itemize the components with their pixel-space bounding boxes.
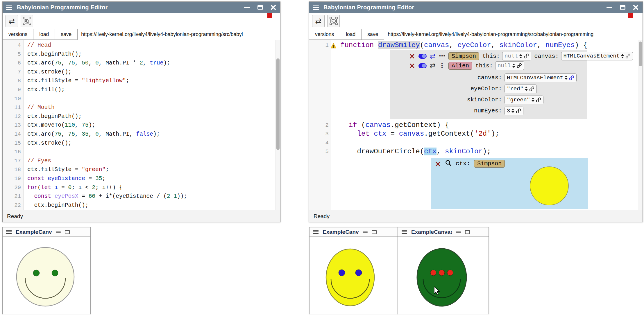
code-line[interactable]: 9ctx.fill(); [3,85,280,94]
code-line[interactable]: 21 const eyePosX = 60 + i*(eyeDistance /… [3,192,280,201]
link-icon[interactable] [569,75,574,80]
close-icon[interactable] [633,5,638,10]
versions-button[interactable]: versions [309,29,340,40]
param-value-box[interactable]: null [495,61,524,70]
example-name-badge[interactable]: Alien [448,62,472,70]
menu-icon[interactable] [6,5,12,10]
maximize-button[interactable] [465,230,470,234]
minimize-button[interactable] [363,231,368,233]
code-line[interactable]: 3 let ctx = canvas.getContext('2d'); [309,130,643,139]
code-line[interactable]: 8ctx.fillStyle = "lightyellow"; [3,76,280,85]
code-editor[interactable]: 1!function drawSmiley(canvas, eyeColor, … [309,40,643,210]
code-line[interactable]: 20for(let i = 0; i < 2; i++) { [3,183,280,192]
scrollbar[interactable] [638,40,643,210]
param-value-box[interactable]: HTMLCanvasElement [561,52,633,60]
code-line[interactable]: 12ctx.beginPath(); [3,112,280,121]
save-button[interactable]: save [361,29,384,40]
url-field[interactable]: https://lively-kernel.org/lively4/lively… [384,29,643,40]
stepper-icon[interactable] [512,64,515,68]
code-line[interactable]: 18ctx.fillStyle = "green"; [3,165,280,174]
stepper-icon[interactable] [525,87,528,91]
stepper-icon[interactable] [621,54,624,58]
versions-button[interactable]: versions [3,29,33,40]
stepper-icon[interactable] [565,76,568,80]
minimize-button[interactable] [456,231,461,233]
menu-icon[interactable] [313,5,319,10]
code-line[interactable]: 5 drawOuterCircle(ctx, skinColor); [309,147,643,156]
trace-arrows-icon[interactable]: ⇄ [430,62,436,69]
code-line[interactable]: 6ctx.arc(75, 75, 50, 0, Math.PI * 2, tru… [3,59,280,68]
trace-arrows-icon[interactable]: ⇄ [430,53,436,60]
code-line[interactable]: 1!function drawSmiley(canvas, eyeColor, … [309,41,643,50]
param-value-box[interactable]: "green" [505,96,543,104]
scrollbar[interactable] [276,40,280,210]
save-button[interactable]: save [55,29,78,40]
code-line[interactable]: 17// Eyes [3,157,280,166]
canvas-area[interactable] [310,237,398,315]
code-line[interactable]: 11// Mouth [3,103,280,112]
more-options-icon[interactable]: ⋮ [439,62,445,69]
stepper-icon[interactable] [511,109,514,113]
titlebar[interactable]: ExampleCanvas [3,227,90,237]
scrollbar-thumb[interactable] [276,58,280,150]
code-line[interactable]: 7ctx.stroke(); [3,68,280,77]
transform-button[interactable] [21,15,33,27]
code-line[interactable]: 19const eyeDistance = 35; [3,174,280,183]
warning-icon[interactable]: ! [330,42,337,51]
titlebar[interactable]: ExampleCanvas [310,227,398,237]
minimize-button[interactable] [56,231,61,233]
menu-icon[interactable] [402,230,407,234]
link-icon[interactable] [625,53,631,59]
menu-icon[interactable] [313,230,319,234]
maximize-button[interactable] [372,230,377,234]
minimize-button[interactable] [607,7,612,8]
link-icon[interactable] [524,53,529,59]
delete-example-icon[interactable]: × [409,62,415,69]
swap-arrows-button[interactable]: ⇄ [312,15,325,27]
magnifier-icon[interactable] [445,160,452,168]
param-value-box[interactable]: null [502,52,531,60]
delete-probe-icon[interactable]: × [435,160,441,168]
maximize-button[interactable] [620,5,625,10]
transform-button[interactable] [327,15,340,27]
code-line[interactable]: 16 [3,148,280,157]
titlebar[interactable]: ExampleCanvas [398,227,489,237]
load-button[interactable]: load [340,29,362,40]
link-icon[interactable] [517,63,522,68]
code-line[interactable]: 4 [309,139,643,148]
probe-example-badge[interactable]: Simpson [474,160,505,168]
stepper-icon[interactable] [532,98,534,102]
minimize-button[interactable] [244,7,250,8]
link-icon[interactable] [529,86,534,91]
param-value-box[interactable]: 3 [505,107,523,115]
code-line[interactable]: 5ctx.beginPath(); [3,50,280,59]
canvas-area[interactable] [3,237,90,315]
stepper-icon[interactable] [519,54,522,58]
link-icon[interactable] [516,108,521,114]
code-line[interactable]: 10 [3,94,280,103]
titlebar[interactable]: Babylonian Programming Editor [309,2,643,13]
code-line[interactable]: 15ctx.stroke(); [3,139,280,148]
example-enabled-toggle[interactable] [418,63,427,68]
titlebar[interactable]: Babylonian Programming Editor [3,2,280,13]
link-icon[interactable] [536,97,541,103]
code-line[interactable]: 2 if (canvas.getContext) { [309,121,643,130]
code-line[interactable]: 4// Head [3,41,280,50]
maximize-button[interactable] [257,5,263,10]
param-value-box[interactable]: HTMLCanvasElement [505,73,577,82]
canvas-area[interactable] [398,237,489,315]
param-value-box[interactable]: "red" [505,85,537,93]
menu-icon[interactable] [6,230,12,234]
load-button[interactable]: load [33,29,55,40]
code-line[interactable]: 14ctx.arc(75, 75, 35, 0, Math.PI, false)… [3,130,280,139]
code-editor[interactable]: 4// Head5ctx.beginPath();6ctx.arc(75, 75… [3,40,280,210]
example-enabled-toggle[interactable] [418,54,427,59]
code-line[interactable]: 22 ctx.beginPath(); [3,201,280,210]
code-line[interactable]: 13ctx.moveTo(110, 75); [3,121,280,130]
example-name-badge[interactable]: Simpson [448,52,479,60]
close-icon[interactable] [271,5,276,10]
url-field[interactable]: https://lively-kernel.org/lively4/lively… [78,29,280,40]
more-options-icon[interactable]: ⋯ [439,53,445,59]
maximize-button[interactable] [65,230,70,234]
scrollbar-thumb[interactable] [639,42,642,66]
